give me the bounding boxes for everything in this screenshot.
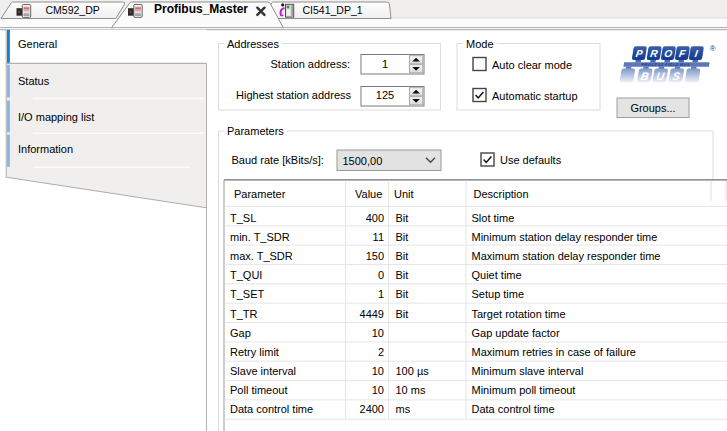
svg-text:®: ® (710, 44, 716, 53)
